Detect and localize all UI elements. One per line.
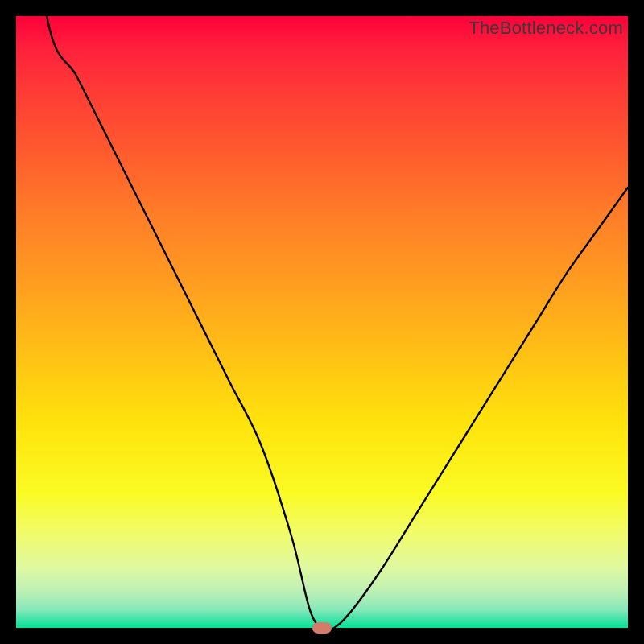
bottleneck-optimum-marker — [312, 622, 332, 634]
plot-area: TheBottleneck.com — [16, 16, 628, 628]
bottleneck-curve — [16, 16, 628, 628]
chart-frame: TheBottleneck.com — [0, 0, 644, 644]
